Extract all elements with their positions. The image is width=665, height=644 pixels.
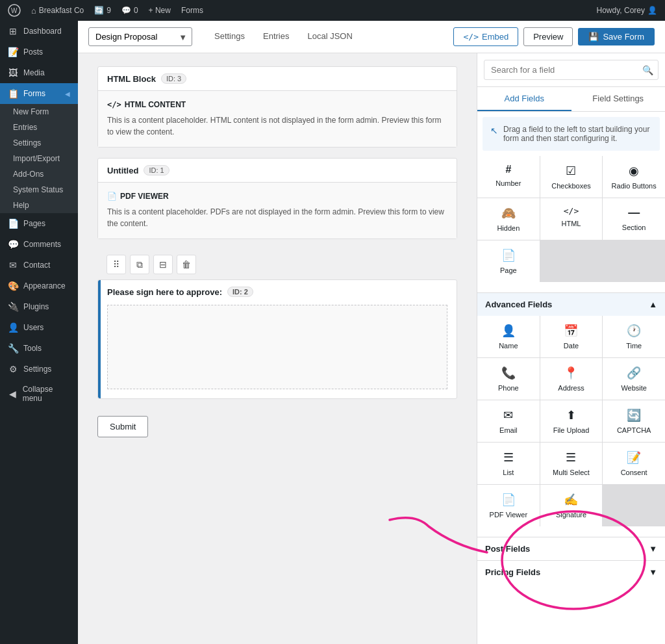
user-greeting[interactable]: Howdy, Corey 👤	[597, 6, 657, 15]
pdf-viewer-block: Untitled ID: 1 📄 PDF VIEWER This is a co…	[97, 158, 457, 239]
posts-icon: 📝	[8, 47, 18, 57]
search-field-wrap: 🔍	[477, 53, 665, 87]
collapse-menu[interactable]: ◀ Collapse menu	[0, 380, 78, 408]
sidebar-item-add-ons[interactable]: Add-Ons	[0, 166, 78, 182]
sidebar-item-media[interactable]: 🖼 Media	[0, 62, 78, 83]
sidebar-item-appearance[interactable]: 🎨 Appearance	[0, 276, 78, 296]
field-address[interactable]: 📍 Address	[540, 358, 603, 400]
field-settings-button[interactable]: ⊟	[153, 255, 173, 274]
field-date[interactable]: 📅 Date	[540, 316, 603, 357]
move-handle[interactable]: ⠿	[107, 255, 126, 274]
list-icon: ☰	[503, 450, 514, 465]
sidebar-item-pages[interactable]: 📄 Pages	[0, 213, 78, 234]
sidebar-item-entries[interactable]: Entries	[0, 120, 78, 135]
form-canvas: HTML Block ID: 3 </> HTML CONTENT This i…	[78, 53, 477, 644]
sidebar-item-settings-main[interactable]: ⚙ Settings	[0, 359, 78, 380]
address-icon: 📍	[564, 366, 578, 380]
field-list[interactable]: ☰ List	[477, 443, 540, 484]
tab-entries[interactable]: Entries	[254, 26, 298, 47]
duplicate-button[interactable]: ⧉	[130, 255, 149, 274]
move-icon: ⠿	[113, 259, 119, 270]
tab-local-json[interactable]: Local JSON	[298, 26, 361, 47]
website-icon: 🔗	[627, 366, 641, 380]
right-panel: 🔍 Add Fields Field Settings ↖ Drag a fie…	[477, 53, 665, 644]
search-input[interactable]	[484, 60, 659, 80]
sidebar-item-tools[interactable]: 🔧 Tools	[0, 338, 78, 359]
section-icon: —	[628, 206, 640, 220]
signature-icon: ✍	[564, 493, 578, 507]
field-website[interactable]: 🔗 Website	[603, 358, 665, 400]
sidebar-item-forms[interactable]: 📋 Forms ◀	[0, 83, 78, 104]
field-toolbar: ⠿ ⧉ ⊟ 🗑	[97, 250, 457, 279]
sidebar-item-new-form[interactable]: New Form	[0, 104, 78, 120]
field-consent[interactable]: 📝 Consent	[603, 443, 665, 484]
pages-icon: 📄	[8, 218, 18, 229]
field-time[interactable]: 🕐 Time	[603, 316, 665, 357]
comment-count[interactable]: 🔄 9	[94, 6, 111, 15]
svg-text:W: W	[11, 7, 18, 14]
field-phone[interactable]: 📞 Phone	[477, 358, 540, 400]
tab-add-fields[interactable]: Add Fields	[477, 87, 571, 111]
field-page[interactable]: 📄 Page	[477, 240, 540, 282]
field-checkboxes[interactable]: ☑ Checkboxes	[540, 156, 603, 198]
trash-icon: 🗑	[182, 259, 191, 270]
field-number[interactable]: # Number	[477, 156, 540, 198]
sidebar-item-posts[interactable]: 📝 Posts	[0, 42, 78, 62]
field-section[interactable]: — Section	[603, 198, 665, 240]
html-block: HTML Block ID: 3 </> HTML CONTENT This i…	[97, 66, 457, 148]
field-captcha[interactable]: 🔄 CAPTCHA	[603, 400, 665, 442]
sidebar-item-settings[interactable]: Settings	[0, 135, 78, 151]
comments-icon: 💬	[8, 239, 18, 250]
plugins-icon: 🔌	[8, 302, 18, 312]
field-pdf-viewer[interactable]: 📄 PDF Viewer	[477, 485, 540, 526]
comments-link[interactable]: 💬 0	[121, 6, 138, 15]
embed-button[interactable]: </> Embed	[453, 27, 518, 46]
sidebar-item-system-status[interactable]: System Status	[0, 182, 78, 198]
signature-canvas-area	[107, 305, 447, 389]
sidebar-item-comments[interactable]: 💬 Comments	[0, 234, 78, 255]
sidebar-item-help[interactable]: Help	[0, 198, 78, 213]
checkboxes-icon: ☑	[566, 164, 576, 178]
form-selector-wrap: Design Proposal ▼	[88, 27, 192, 46]
site-name[interactable]: ⌂ Breakfast Co	[31, 6, 84, 16]
search-icon: 🔍	[642, 65, 653, 75]
advanced-fields-header[interactable]: Advanced Fields ▲	[477, 292, 665, 316]
pdf-icon: 📄	[107, 192, 117, 201]
pricing-fields-header[interactable]: Pricing Fields ▼	[477, 560, 665, 584]
pdf-viewer-block-header: Untitled ID: 1	[98, 159, 457, 183]
sidebar-item-users[interactable]: 👤 Users	[0, 317, 78, 338]
new-content[interactable]: + New	[149, 6, 171, 15]
wp-logo-link[interactable]: W	[8, 4, 21, 17]
sidebar-item-contact[interactable]: ✉ Contact	[0, 255, 78, 276]
signature-field-block: Please sign here to approve: ID: 2	[97, 279, 457, 399]
file-upload-icon: ⬆	[566, 408, 576, 422]
form-header-actions: </> Embed Preview 💾 Save Form	[453, 27, 655, 46]
sidebar: ⊞ Dashboard 📝 Posts 🖼 Media 📋 Forms ◀ Ne…	[0, 21, 78, 644]
field-multi-select[interactable]: ☰ Multi Select	[540, 443, 603, 484]
preview-button[interactable]: Preview	[523, 27, 573, 46]
field-signature[interactable]: ✍ Signature	[540, 485, 603, 526]
field-active-indicator	[98, 280, 101, 398]
field-name[interactable]: 👤 Name	[477, 316, 540, 357]
delete-field-button[interactable]: 🗑	[177, 255, 196, 274]
form-nav: Settings Entries Local JSON	[205, 26, 362, 47]
dashboard-icon: ⊞	[8, 26, 18, 36]
sidebar-item-plugins[interactable]: 🔌 Plugins	[0, 296, 78, 317]
field-html[interactable]: </> HTML	[540, 198, 603, 240]
field-email[interactable]: ✉ Email	[477, 400, 540, 442]
admin-bar: W ⌂ Breakfast Co 🔄 9 💬 0 + New Forms How…	[0, 0, 665, 21]
html-block-header: HTML Block ID: 3	[98, 67, 457, 91]
forms-link[interactable]: Forms	[181, 6, 203, 15]
post-fields-header[interactable]: Post Fields ▼	[477, 537, 665, 560]
tab-field-settings[interactable]: Field Settings	[571, 87, 666, 111]
sidebar-item-dashboard[interactable]: ⊞ Dashboard	[0, 21, 78, 42]
field-hidden[interactable]: 🙈 Hidden	[477, 198, 540, 240]
field-file-upload[interactable]: ⬆ File Upload	[540, 400, 603, 442]
submit-button[interactable]: Submit	[97, 416, 148, 437]
field-radio-buttons[interactable]: ◉ Radio Buttons	[603, 156, 665, 198]
tab-settings[interactable]: Settings	[205, 26, 254, 47]
submit-area: Submit	[97, 409, 457, 444]
save-form-button[interactable]: 💾 Save Form	[578, 28, 655, 45]
form-selector[interactable]: Design Proposal	[88, 27, 192, 46]
sidebar-item-import-export[interactable]: Import/Export	[0, 151, 78, 166]
